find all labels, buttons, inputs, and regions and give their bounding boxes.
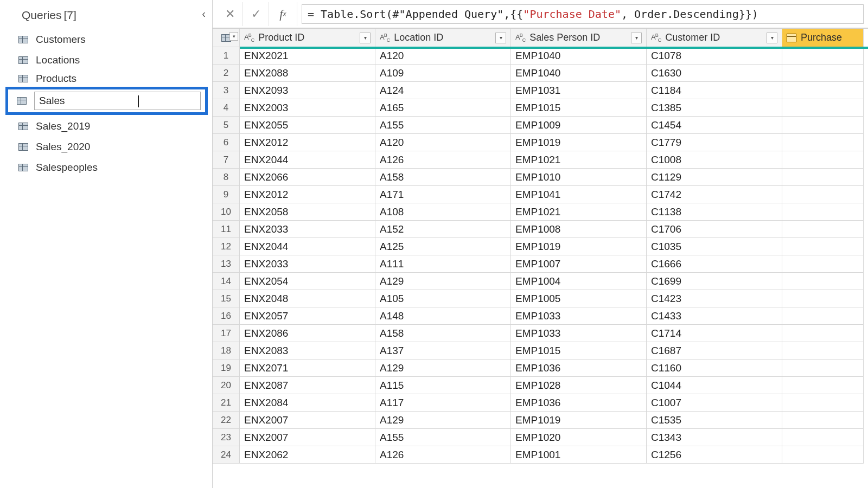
cell-purchase-date[interactable] — [782, 446, 864, 464]
row-number[interactable]: 8 — [213, 169, 240, 186]
row-number[interactable]: 3 — [213, 82, 240, 99]
cell-location-id[interactable]: A120 — [375, 47, 511, 65]
cell-customer-id[interactable]: C1343 — [647, 429, 782, 446]
cell-purchase-date[interactable] — [782, 169, 864, 186]
cell-location-id[interactable]: A158 — [375, 325, 511, 342]
cell-customer-id[interactable]: C1184 — [647, 82, 782, 99]
cell-sales-person-id[interactable]: EMP1001 — [511, 446, 647, 464]
row-number[interactable]: 9 — [213, 186, 240, 203]
row-number[interactable]: 15 — [213, 290, 240, 307]
cell-sales-person-id[interactable]: EMP1015 — [511, 99, 647, 117]
cell-customer-id[interactable]: C1385 — [647, 99, 782, 117]
cell-location-id[interactable]: A111 — [375, 255, 511, 273]
cell-customer-id[interactable]: C1742 — [647, 186, 782, 203]
formula-input[interactable]: = Table.Sort(#"Appended Query",{{ "Purch… — [302, 4, 864, 24]
chevron-down-icon[interactable]: ▾ — [229, 32, 238, 41]
row-number[interactable]: 4 — [213, 99, 240, 117]
cell-sales-person-id[interactable]: EMP1033 — [511, 325, 647, 342]
row-number[interactable]: 13 — [213, 255, 240, 273]
cell-sales-person-id[interactable]: EMP1021 — [511, 151, 647, 169]
cell-customer-id[interactable]: C1535 — [647, 412, 782, 429]
cell-purchase-date[interactable] — [782, 99, 864, 117]
cell-sales-person-id[interactable]: EMP1040 — [511, 65, 647, 82]
cell-location-id[interactable]: A124 — [375, 82, 511, 99]
cell-sales-person-id[interactable]: EMP1005 — [511, 290, 647, 307]
cell-product-id[interactable]: ENX2048 — [240, 290, 375, 307]
cell-location-id[interactable]: A137 — [375, 342, 511, 359]
cell-customer-id[interactable]: C1687 — [647, 342, 782, 359]
cell-product-id[interactable]: ENX2088 — [240, 65, 375, 82]
row-number[interactable]: 24 — [213, 446, 240, 464]
cell-sales-person-id[interactable]: EMP1036 — [511, 359, 647, 377]
cell-sales-person-id[interactable]: EMP1010 — [511, 169, 647, 186]
row-number[interactable]: 18 — [213, 342, 240, 359]
row-number[interactable]: 21 — [213, 394, 240, 412]
column-header-customer-id[interactable]: ABCCustomer ID▾ — [647, 29, 782, 47]
cell-location-id[interactable]: A129 — [375, 412, 511, 429]
cell-sales-person-id[interactable]: EMP1031 — [511, 82, 647, 99]
row-number[interactable]: 11 — [213, 221, 240, 238]
cell-location-id[interactable]: A126 — [375, 446, 511, 464]
cell-product-id[interactable]: ENX2055 — [240, 117, 375, 134]
query-item-sales-2020[interactable]: Sales_2020 — [0, 137, 212, 157]
cell-purchase-date[interactable] — [782, 377, 864, 394]
query-item-salespeoples[interactable]: Salespeoples — [0, 157, 212, 178]
cell-purchase-date[interactable] — [782, 134, 864, 151]
query-rename-input[interactable] — [39, 95, 196, 107]
cell-product-id[interactable]: ENX2058 — [240, 203, 375, 221]
cell-product-id[interactable]: ENX2003 — [240, 99, 375, 117]
row-number[interactable]: 16 — [213, 307, 240, 325]
cell-sales-person-id[interactable]: EMP1028 — [511, 377, 647, 394]
cell-customer-id[interactable]: C1779 — [647, 134, 782, 151]
cell-location-id[interactable]: A152 — [375, 221, 511, 238]
cell-customer-id[interactable]: C1008 — [647, 151, 782, 169]
cell-location-id[interactable]: A120 — [375, 134, 511, 151]
chevron-down-icon[interactable]: ▾ — [631, 33, 642, 43]
cell-customer-id[interactable]: C1256 — [647, 446, 782, 464]
query-item-sales[interactable] — [8, 89, 205, 112]
row-number[interactable]: 20 — [213, 377, 240, 394]
cell-customer-id[interactable]: C1007 — [647, 394, 782, 412]
cell-product-id[interactable]: ENX2084 — [240, 394, 375, 412]
chevron-down-icon[interactable]: ▾ — [360, 33, 371, 43]
cancel-formula-button[interactable]: ✕ — [217, 2, 243, 26]
cell-purchase-date[interactable] — [782, 117, 864, 134]
cell-product-id[interactable]: ENX2033 — [240, 221, 375, 238]
cell-product-id[interactable]: ENX2087 — [240, 377, 375, 394]
query-rename-input-frame[interactable] — [34, 92, 201, 110]
cell-sales-person-id[interactable]: EMP1019 — [511, 412, 647, 429]
cell-location-id[interactable]: A109 — [375, 65, 511, 82]
cell-product-id[interactable]: ENX2021 — [240, 47, 375, 65]
cell-purchase-date[interactable] — [782, 151, 864, 169]
cell-product-id[interactable]: ENX2033 — [240, 255, 375, 273]
cell-purchase-date[interactable] — [782, 394, 864, 412]
cell-customer-id[interactable]: C1630 — [647, 65, 782, 82]
cell-sales-person-id[interactable]: EMP1020 — [511, 429, 647, 446]
chevron-down-icon[interactable]: ▾ — [495, 33, 506, 43]
cell-sales-person-id[interactable]: EMP1004 — [511, 273, 647, 290]
row-number[interactable]: 6 — [213, 134, 240, 151]
cell-purchase-date[interactable] — [782, 307, 864, 325]
chevron-down-icon[interactable]: ▾ — [767, 33, 777, 43]
row-number[interactable]: 10 — [213, 203, 240, 221]
row-number[interactable]: 22 — [213, 412, 240, 429]
cell-purchase-date[interactable] — [782, 47, 864, 65]
cell-sales-person-id[interactable]: EMP1033 — [511, 307, 647, 325]
cell-location-id[interactable]: A155 — [375, 117, 511, 134]
cell-sales-person-id[interactable]: EMP1019 — [511, 134, 647, 151]
query-item-sales-2019[interactable]: Sales_2019 — [0, 116, 212, 137]
cell-customer-id[interactable]: C1433 — [647, 307, 782, 325]
cell-purchase-date[interactable] — [782, 82, 864, 99]
cell-sales-person-id[interactable]: EMP1009 — [511, 117, 647, 134]
cell-purchase-date[interactable] — [782, 359, 864, 377]
cell-purchase-date[interactable] — [782, 325, 864, 342]
cell-location-id[interactable]: A171 — [375, 186, 511, 203]
row-number[interactable]: 7 — [213, 151, 240, 169]
cell-purchase-date[interactable] — [782, 429, 864, 446]
cell-customer-id[interactable]: C1423 — [647, 290, 782, 307]
cell-product-id[interactable]: ENX2044 — [240, 151, 375, 169]
cell-sales-person-id[interactable]: EMP1021 — [511, 203, 647, 221]
cell-location-id[interactable]: A115 — [375, 377, 511, 394]
cell-sales-person-id[interactable]: EMP1008 — [511, 221, 647, 238]
cell-purchase-date[interactable] — [782, 186, 864, 203]
